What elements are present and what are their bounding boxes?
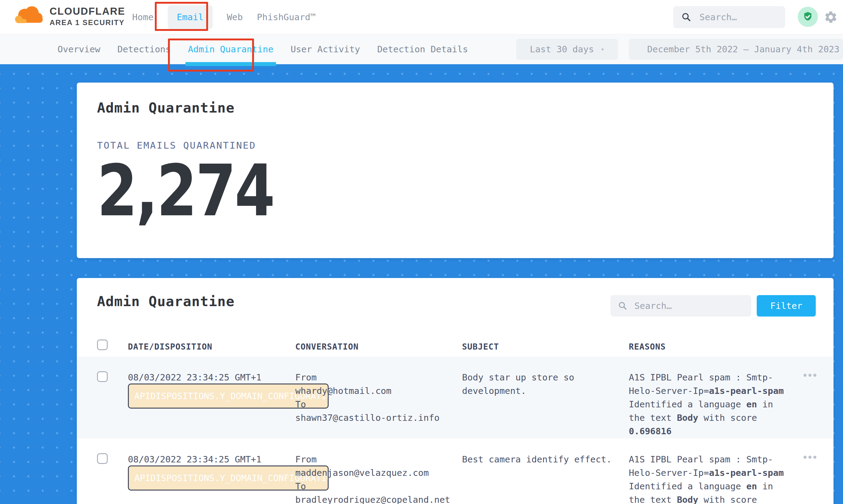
table-header-row: DATE/DISPOSITION CONVERSATION SUBJECT RE… (77, 338, 833, 357)
cell-date: 08/03/2022 23:34:25 GMT+1 (128, 371, 295, 384)
subnav-tabs: Overview Detections Admin Quarantine Use… (57, 34, 468, 64)
metric-value: 2,274 (97, 152, 274, 229)
metric-label: TOTAL EMAILS QUARANTINED (97, 140, 813, 151)
brand-name: CLOUDFLARE (50, 5, 125, 17)
row-actions-menu[interactable] (804, 456, 816, 459)
date-controls: Last 30 days ▾ December 5th 2022 — Janua… (516, 39, 843, 60)
page: CLOUDFLARE AREA 1 SECURITY Home Email We… (0, 0, 843, 504)
cloudflare-cloud-icon (12, 4, 47, 28)
tab-overview[interactable]: Overview (57, 34, 100, 64)
table-toolbar: Filter (611, 295, 816, 317)
from-label: From (295, 371, 462, 384)
row-checkbox[interactable] (97, 453, 108, 464)
chevron-down-icon: ▾ (601, 46, 604, 53)
annotation-box-admin-quarantine-tab (168, 38, 254, 72)
search-icon (681, 12, 691, 22)
summary-card: Admin Quarantine TOTAL EMAILS QUARANTINE… (77, 83, 833, 258)
summary-card-title: Admin Quarantine (97, 100, 813, 116)
section-subnav: Overview Detections Admin Quarantine Use… (0, 34, 843, 64)
tab-detection-details[interactable]: Detection Details (377, 34, 468, 64)
topbar: CLOUDFLARE AREA 1 SECURITY Home Email We… (0, 0, 843, 34)
column-header-date: DATE/DISPOSITION (128, 342, 212, 352)
table-search-input[interactable] (634, 301, 735, 311)
settings-button[interactable] (824, 10, 838, 24)
brand-logo[interactable]: CLOUDFLARE AREA 1 SECURITY (12, 4, 125, 28)
from-address: whardy@hotmail.com (295, 384, 462, 398)
from-label: From (295, 453, 462, 466)
quarantine-table-card: Admin Quarantine Filter DATE/DISPOSITION… (77, 278, 833, 504)
column-header-subject: SUBJECT (462, 342, 499, 352)
filter-button[interactable]: Filter (757, 295, 816, 317)
range-selector-dropdown[interactable]: Last 30 days ▾ (516, 39, 618, 60)
cell-subject: Best camera identify effect. (462, 453, 615, 466)
date-range-display[interactable]: December 5th 2022 — January 4th 2023 (629, 39, 843, 60)
tab-user-activity[interactable]: User Activity (291, 34, 360, 64)
cell-reasons: A1S IPBL Pearl spam : Smtp- Helo-Server-… (629, 371, 792, 438)
row-actions-menu[interactable] (804, 374, 816, 377)
nav-item-phishguard[interactable]: PhishGuard™ (257, 12, 316, 22)
column-header-conversation: CONVERSATION (295, 342, 358, 352)
protection-status-badge[interactable] (798, 7, 818, 27)
nav-item-home[interactable]: Home (132, 12, 154, 22)
cell-reasons: A1S IPBL Pearl spam : Smtp- Helo-Server-… (629, 453, 792, 504)
cell-conversation: From maddenjason@velazquez.com To bradle… (295, 453, 462, 504)
to-address: shawn37@castillo-ortiz.info (295, 411, 462, 425)
to-label: To (295, 480, 462, 493)
content-area: Admin Quarantine TOTAL EMAILS QUARANTINE… (0, 64, 843, 504)
global-search-input[interactable] (700, 12, 773, 22)
table-row[interactable]: APIDISPOSITIONS.Y_DOMAIN_CONFIGURATION 0… (77, 357, 833, 438)
table-search[interactable] (611, 295, 751, 317)
select-all-checkbox[interactable] (97, 340, 108, 350)
cell-date: 08/03/2022 23:34:25 GMT+1 (128, 453, 295, 466)
nav-item-web[interactable]: Web (227, 12, 243, 22)
date-range-text: December 5th 2022 — January 4th 2023 (647, 44, 840, 54)
search-icon (618, 301, 628, 311)
brand-subtitle: AREA 1 SECURITY (50, 18, 125, 27)
global-search[interactable] (673, 6, 785, 28)
brand-text: CLOUDFLARE AREA 1 SECURITY (50, 5, 125, 27)
shield-check-icon (802, 11, 814, 23)
table-row[interactable]: APIDISPOSITIONS.Y_DOMAIN_CONFIGURATION 0… (77, 438, 833, 504)
tab-detections[interactable]: Detections (118, 34, 171, 64)
cell-conversation: From whardy@hotmail.com To shawn37@casti… (295, 371, 462, 425)
annotation-box-email-nav (155, 2, 208, 31)
gear-icon (824, 10, 838, 24)
to-address: bradleyrodriguez@copeland.net (295, 493, 462, 504)
column-header-reasons: REASONS (629, 342, 666, 352)
range-selector-label: Last 30 days (530, 44, 594, 54)
to-label: To (295, 398, 462, 411)
cell-subject: Body star up store so development. (462, 371, 615, 398)
row-checkbox[interactable] (97, 371, 108, 382)
from-address: maddenjason@velazquez.com (295, 466, 462, 480)
